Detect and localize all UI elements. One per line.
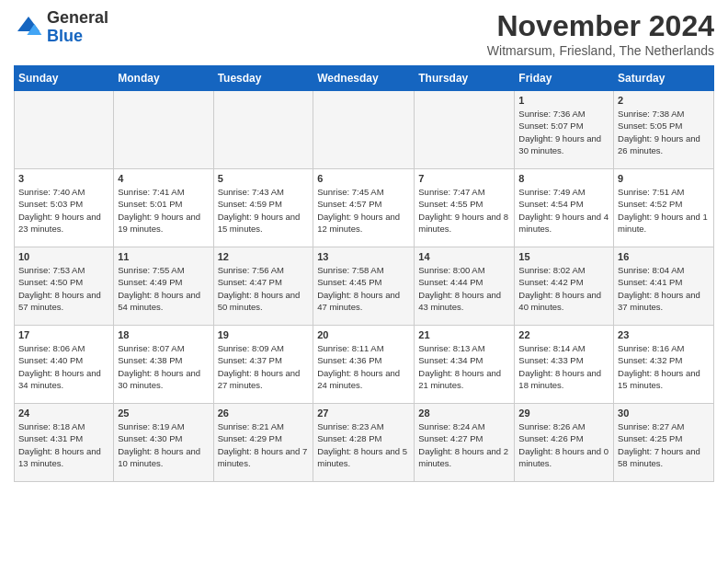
- day-number: 12: [218, 251, 310, 262]
- month-title: November 2024: [487, 9, 714, 43]
- day-cell: [415, 91, 515, 169]
- day-cell: 4Sunrise: 7:41 AM Sunset: 5:01 PM Daylig…: [114, 169, 213, 247]
- week-row-2: 3Sunrise: 7:40 AM Sunset: 5:03 PM Daylig…: [15, 169, 714, 247]
- day-cell: 9Sunrise: 7:51 AM Sunset: 4:52 PM Daylig…: [614, 169, 714, 247]
- day-number: 6: [317, 173, 410, 184]
- day-number: 8: [518, 173, 609, 184]
- day-cell: 11Sunrise: 7:55 AM Sunset: 4:49 PM Dayli…: [114, 247, 213, 326]
- day-info: Sunrise: 8:26 AM Sunset: 4:26 PM Dayligh…: [518, 420, 609, 469]
- day-number: 10: [18, 251, 109, 262]
- day-cell: 15Sunrise: 8:02 AM Sunset: 4:42 PM Dayli…: [515, 247, 614, 326]
- day-info: Sunrise: 8:07 AM Sunset: 4:38 PM Dayligh…: [118, 342, 209, 391]
- day-number: 7: [418, 173, 510, 184]
- day-cell: 28Sunrise: 8:24 AM Sunset: 4:27 PM Dayli…: [415, 404, 515, 482]
- day-info: Sunrise: 7:51 AM Sunset: 4:52 PM Dayligh…: [618, 186, 710, 235]
- day-number: 25: [118, 408, 209, 419]
- day-cell: 22Sunrise: 8:14 AM Sunset: 4:33 PM Dayli…: [515, 326, 614, 404]
- day-info: Sunrise: 7:49 AM Sunset: 4:54 PM Dayligh…: [518, 186, 609, 235]
- header-monday: Monday: [114, 66, 213, 91]
- day-info: Sunrise: 7:40 AM Sunset: 5:03 PM Dayligh…: [18, 186, 109, 235]
- day-info: Sunrise: 7:38 AM Sunset: 5:05 PM Dayligh…: [618, 108, 710, 156]
- day-info: Sunrise: 8:09 AM Sunset: 4:37 PM Dayligh…: [218, 342, 310, 391]
- day-number: 9: [618, 173, 710, 184]
- day-info: Sunrise: 8:14 AM Sunset: 4:33 PM Dayligh…: [518, 342, 609, 391]
- day-info: Sunrise: 8:27 AM Sunset: 4:25 PM Dayligh…: [618, 420, 710, 469]
- day-number: 30: [618, 408, 710, 419]
- title-area: November 2024 Witmarsum, Friesland, The …: [487, 9, 714, 58]
- day-info: Sunrise: 7:45 AM Sunset: 4:57 PM Dayligh…: [317, 186, 410, 235]
- day-info: Sunrise: 8:21 AM Sunset: 4:29 PM Dayligh…: [218, 420, 310, 469]
- day-cell: 30Sunrise: 8:27 AM Sunset: 4:25 PM Dayli…: [614, 404, 714, 482]
- day-number: 4: [118, 173, 209, 184]
- day-cell: 26Sunrise: 8:21 AM Sunset: 4:29 PM Dayli…: [213, 404, 313, 482]
- day-number: 21: [418, 329, 510, 340]
- day-info: Sunrise: 8:02 AM Sunset: 4:42 PM Dayligh…: [518, 264, 609, 313]
- day-number: 26: [218, 408, 310, 419]
- day-number: 19: [218, 329, 310, 340]
- day-info: Sunrise: 8:11 AM Sunset: 4:36 PM Dayligh…: [317, 342, 410, 391]
- day-cell: [114, 91, 213, 169]
- calendar-body: 1Sunrise: 7:36 AM Sunset: 5:07 PM Daylig…: [15, 91, 714, 482]
- day-info: Sunrise: 7:53 AM Sunset: 4:50 PM Dayligh…: [18, 264, 109, 313]
- week-row-5: 24Sunrise: 8:18 AM Sunset: 4:31 PM Dayli…: [15, 404, 714, 482]
- day-cell: 29Sunrise: 8:26 AM Sunset: 4:26 PM Dayli…: [515, 404, 614, 482]
- day-info: Sunrise: 7:56 AM Sunset: 4:47 PM Dayligh…: [218, 264, 310, 313]
- day-info: Sunrise: 7:47 AM Sunset: 4:55 PM Dayligh…: [418, 186, 510, 235]
- day-info: Sunrise: 8:04 AM Sunset: 4:41 PM Dayligh…: [618, 264, 710, 313]
- week-row-3: 10Sunrise: 7:53 AM Sunset: 4:50 PM Dayli…: [15, 247, 714, 326]
- day-info: Sunrise: 8:23 AM Sunset: 4:28 PM Dayligh…: [317, 420, 410, 469]
- day-number: 11: [118, 251, 209, 262]
- day-cell: 17Sunrise: 8:06 AM Sunset: 4:40 PM Dayli…: [15, 326, 114, 404]
- day-cell: 27Sunrise: 8:23 AM Sunset: 4:28 PM Dayli…: [313, 404, 415, 482]
- day-number: 24: [18, 408, 109, 419]
- day-cell: 12Sunrise: 7:56 AM Sunset: 4:47 PM Dayli…: [213, 247, 313, 326]
- day-number: 28: [418, 408, 510, 419]
- day-cell: 13Sunrise: 7:58 AM Sunset: 4:45 PM Dayli…: [313, 247, 415, 326]
- day-number: 17: [18, 329, 109, 340]
- day-info: Sunrise: 8:24 AM Sunset: 4:27 PM Dayligh…: [418, 420, 510, 469]
- day-number: 2: [618, 95, 710, 106]
- day-info: Sunrise: 7:55 AM Sunset: 4:49 PM Dayligh…: [118, 264, 209, 313]
- day-number: 1: [518, 95, 609, 106]
- week-row-1: 1Sunrise: 7:36 AM Sunset: 5:07 PM Daylig…: [15, 91, 714, 169]
- header-wednesday: Wednesday: [313, 66, 415, 91]
- weekday-header-row: Sunday Monday Tuesday Wednesday Thursday…: [15, 66, 714, 91]
- day-cell: 2Sunrise: 7:38 AM Sunset: 5:05 PM Daylig…: [614, 91, 714, 169]
- day-info: Sunrise: 7:36 AM Sunset: 5:07 PM Dayligh…: [518, 108, 609, 156]
- day-info: Sunrise: 8:18 AM Sunset: 4:31 PM Dayligh…: [18, 420, 109, 469]
- day-number: 13: [317, 251, 410, 262]
- day-cell: [213, 91, 313, 169]
- day-cell: [313, 91, 415, 169]
- day-cell: 6Sunrise: 7:45 AM Sunset: 4:57 PM Daylig…: [313, 169, 415, 247]
- day-cell: [15, 91, 114, 169]
- day-info: Sunrise: 8:06 AM Sunset: 4:40 PM Dayligh…: [18, 342, 109, 391]
- logo-text: General Blue: [47, 9, 108, 46]
- day-cell: 25Sunrise: 8:19 AM Sunset: 4:30 PM Dayli…: [114, 404, 213, 482]
- day-number: 16: [618, 251, 710, 262]
- day-number: 3: [18, 173, 109, 184]
- location-title: Witmarsum, Friesland, The Netherlands: [487, 43, 714, 58]
- day-number: 5: [218, 173, 310, 184]
- header-friday: Friday: [515, 66, 614, 91]
- day-number: 18: [118, 329, 209, 340]
- day-cell: 24Sunrise: 8:18 AM Sunset: 4:31 PM Dayli…: [15, 404, 114, 482]
- day-number: 23: [618, 329, 710, 340]
- logo-icon: [14, 13, 43, 42]
- week-row-4: 17Sunrise: 8:06 AM Sunset: 4:40 PM Dayli…: [15, 326, 714, 404]
- day-cell: 10Sunrise: 7:53 AM Sunset: 4:50 PM Dayli…: [15, 247, 114, 326]
- day-info: Sunrise: 7:41 AM Sunset: 5:01 PM Dayligh…: [118, 186, 209, 235]
- day-number: 27: [317, 408, 410, 419]
- day-info: Sunrise: 7:43 AM Sunset: 4:59 PM Dayligh…: [218, 186, 310, 235]
- day-info: Sunrise: 8:00 AM Sunset: 4:44 PM Dayligh…: [418, 264, 510, 313]
- header-thursday: Thursday: [415, 66, 515, 91]
- day-cell: 8Sunrise: 7:49 AM Sunset: 4:54 PM Daylig…: [515, 169, 614, 247]
- header-tuesday: Tuesday: [213, 66, 313, 91]
- day-cell: 18Sunrise: 8:07 AM Sunset: 4:38 PM Dayli…: [114, 326, 213, 404]
- day-cell: 20Sunrise: 8:11 AM Sunset: 4:36 PM Dayli…: [313, 326, 415, 404]
- logo: General Blue: [14, 9, 108, 46]
- header: General Blue November 2024 Witmarsum, Fr…: [14, 9, 714, 58]
- day-cell: 14Sunrise: 8:00 AM Sunset: 4:44 PM Dayli…: [415, 247, 515, 326]
- logo-blue: Blue: [47, 27, 83, 45]
- calendar-table: Sunday Monday Tuesday Wednesday Thursday…: [14, 65, 714, 482]
- day-info: Sunrise: 7:58 AM Sunset: 4:45 PM Dayligh…: [317, 264, 410, 313]
